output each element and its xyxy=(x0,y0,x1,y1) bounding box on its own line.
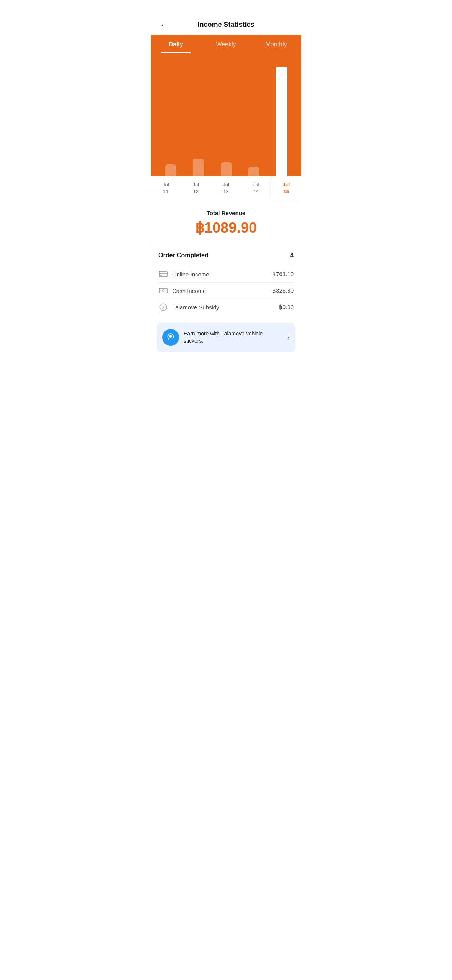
details-section: Order Completed 4 Online Income ฿763.10 xyxy=(151,244,301,315)
cash-income-row: Cash Income ฿326.80 xyxy=(158,282,294,299)
bar-col-4[interactable] xyxy=(240,61,268,176)
rocket-icon xyxy=(166,332,176,342)
cash-income-label: Cash Income xyxy=(172,288,206,294)
tab-weekly[interactable]: Weekly xyxy=(201,35,251,53)
bar-chart xyxy=(151,53,301,176)
revenue-section: Total Revenue ฿1089.90 xyxy=(151,201,301,244)
bar-col-5[interactable] xyxy=(268,61,295,176)
svg-rect-5 xyxy=(160,290,161,291)
date-labels-row: Jul 11 Jul 12 Jul 13 Jul 14 Jul 15 xyxy=(151,176,301,201)
revenue-label: Total Revenue xyxy=(158,210,294,216)
svg-rect-0 xyxy=(159,271,167,277)
online-income-row: Online Income ฿763.10 xyxy=(158,266,294,282)
date-label-3[interactable]: Jul 13 xyxy=(211,176,241,201)
page-title: Income Statistics xyxy=(158,21,294,29)
svg-point-4 xyxy=(162,289,164,292)
svg-rect-1 xyxy=(159,273,167,274)
order-completed-row: Order Completed 4 xyxy=(158,252,294,259)
promo-banner[interactable]: Earn more with Lalamove vehicle stickers… xyxy=(157,323,295,352)
bar-col-2[interactable] xyxy=(184,61,212,176)
bar-1 xyxy=(165,164,176,176)
promo-arrow-icon: › xyxy=(287,333,290,342)
bar-4 xyxy=(248,167,259,176)
bar-2 xyxy=(193,159,204,176)
subsidy-row: $ Lalamove Subsidy ฿0.00 xyxy=(158,299,294,315)
bar-3 xyxy=(221,162,232,176)
date-label-2[interactable]: Jul 12 xyxy=(181,176,211,201)
bar-5-active xyxy=(276,67,287,176)
order-completed-value: 4 xyxy=(290,252,294,259)
revenue-amount: ฿1089.90 xyxy=(158,219,294,236)
online-income-value: ฿763.10 xyxy=(272,271,294,278)
order-completed-label: Order Completed xyxy=(158,252,209,259)
bar-col-3[interactable] xyxy=(212,61,240,176)
cash-income-value: ฿326.80 xyxy=(272,287,294,294)
header: ← Income Statistics xyxy=(151,0,301,35)
date-label-5-active[interactable]: Jul 15 xyxy=(271,176,301,201)
date-label-4[interactable]: Jul 14 xyxy=(241,176,271,201)
cash-icon xyxy=(158,287,168,294)
date-label-1[interactable]: Jul 11 xyxy=(151,176,181,201)
subsidy-icon: $ xyxy=(158,304,168,311)
bar-col-1[interactable] xyxy=(157,61,184,176)
subsidy-label: Lalamove Subsidy xyxy=(172,304,219,311)
card-icon xyxy=(158,271,168,278)
svg-rect-6 xyxy=(166,290,166,291)
svg-rect-2 xyxy=(160,275,162,276)
online-income-label: Online Income xyxy=(172,271,209,278)
tab-daily[interactable]: Daily xyxy=(151,35,201,53)
promo-icon xyxy=(162,329,179,346)
chart-container: Jul 11 Jul 12 Jul 13 Jul 14 Jul 15 xyxy=(151,53,301,201)
subsidy-value: ฿0.00 xyxy=(279,304,294,311)
chart-bars xyxy=(151,53,301,176)
tab-bar: Daily Weekly Monthly xyxy=(151,35,301,53)
svg-text:$: $ xyxy=(162,306,164,310)
tab-monthly[interactable]: Monthly xyxy=(251,35,301,53)
promo-text: Earn more with Lalamove vehicle stickers… xyxy=(184,330,283,345)
back-button[interactable]: ← xyxy=(158,18,170,31)
